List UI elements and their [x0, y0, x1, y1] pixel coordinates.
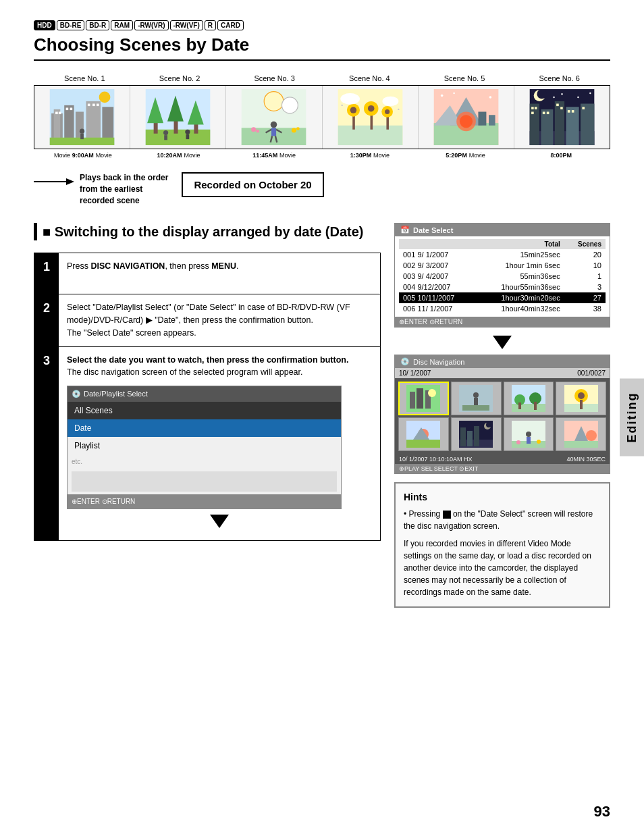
- svg-rect-75: [566, 107, 579, 145]
- svg-point-91: [589, 92, 591, 93]
- disc-nav-thumb-5[interactable]: [398, 417, 449, 451]
- svg-point-101: [473, 392, 479, 398]
- svg-point-28: [186, 129, 190, 134]
- disc-nav-title-text: Disc Navigation: [413, 358, 464, 366]
- svg-point-48: [350, 107, 356, 113]
- svg-rect-109: [534, 402, 537, 410]
- disc-nav-duration: 40MIN 30SEC: [566, 456, 606, 463]
- step-1-number: 1: [34, 253, 59, 294]
- hint-item-2: If you recorded movies in different Vide…: [404, 538, 601, 598]
- svg-rect-96: [410, 392, 415, 409]
- disc-nav-thumb-2[interactable]: [451, 382, 502, 415]
- svg-point-58: [398, 108, 399, 109]
- date-select-title-text: Date Select: [413, 226, 453, 234]
- svg-point-125: [486, 422, 491, 427]
- hints-text: • Pressing on the "Date Select" screen w…: [404, 508, 601, 598]
- section-heading: ■ Switching to the display arranged by d…: [34, 223, 381, 240]
- hints-box: Hints • Pressing on the "Date Select" sc…: [394, 482, 610, 608]
- playback-row: Plays back in the order from the earlies…: [34, 172, 610, 206]
- svg-rect-103: [462, 405, 489, 411]
- svg-rect-84: [568, 110, 570, 113]
- date-table: Total Scenes 001 9/ 1/2007 15min25sec 20: [399, 239, 606, 314]
- scene-label-6: Scene No. 6: [512, 74, 607, 82]
- table-row-highlighted[interactable]: 005 10/11/2007 1hour30min20sec 27: [399, 292, 606, 303]
- svg-point-54: [385, 109, 390, 114]
- svg-rect-11: [88, 103, 90, 106]
- disc-nav-thumb-6[interactable]: [451, 417, 502, 451]
- svg-rect-122: [467, 431, 473, 446]
- badge-ram: RAM: [111, 20, 133, 30]
- scene-label-2: Scene No. 2: [132, 74, 227, 82]
- calendar-icon: 📅: [400, 226, 410, 234]
- svg-point-99: [428, 389, 436, 397]
- svg-rect-65: [478, 111, 486, 125]
- disc-nav-thumb-1[interactable]: [398, 382, 449, 415]
- svg-point-41: [257, 129, 260, 132]
- svg-rect-10: [70, 107, 73, 110]
- playback-description: Plays back in the order from the earlies…: [80, 172, 168, 206]
- date-select-body: Total Scenes 001 9/ 1/2007 15min25sec 20: [395, 236, 610, 317]
- svg-point-135: [586, 430, 597, 441]
- right-down-arrow: [394, 336, 610, 349]
- menu-item-playlist[interactable]: Playlist: [68, 437, 341, 454]
- badge-bdr: BD-R: [86, 20, 109, 30]
- down-arrow-icon-2: [493, 336, 512, 349]
- badge-r: R: [205, 20, 216, 30]
- svg-rect-97: [417, 388, 423, 409]
- svg-point-40: [251, 127, 256, 132]
- scene-time-6: 8:00PM: [513, 151, 609, 159]
- menu-item-all-scenes[interactable]: All Scenes: [68, 402, 341, 419]
- scene-4: [323, 86, 419, 149]
- col-total: Total: [477, 239, 564, 249]
- badge-hdd: HDD: [34, 20, 55, 30]
- disc-nav-thumb-4[interactable]: [556, 382, 606, 415]
- svg-point-33: [282, 97, 298, 113]
- svg-rect-7: [55, 111, 58, 114]
- svg-rect-80: [543, 111, 545, 114]
- stop-icon: [443, 511, 451, 519]
- svg-rect-114: [580, 400, 583, 409]
- step-3: 3 Select the date you want to watch, the…: [34, 346, 381, 541]
- svg-point-43: [296, 127, 300, 130]
- scene-2: [130, 86, 226, 149]
- scene-strip-area: Scene No. 1 Scene No. 2 Scene No. 3 Scen…: [34, 74, 610, 159]
- svg-rect-35: [271, 128, 276, 136]
- svg-rect-78: [535, 107, 537, 109]
- scene-5: [419, 86, 514, 149]
- svg-rect-76: [581, 103, 594, 145]
- scene-6: [514, 86, 610, 149]
- svg-point-57: [341, 104, 342, 105]
- disc-nav-title: 💿 Disc Navigation: [395, 355, 610, 368]
- svg-point-26: [163, 130, 168, 135]
- svg-point-89: [561, 93, 562, 95]
- svg-point-32: [265, 91, 284, 111]
- menu-item-date[interactable]: Date: [68, 419, 341, 437]
- svg-point-56: [382, 96, 398, 105]
- step-2: 2 Select "Date/Playlist Select" (or "Dat…: [34, 294, 381, 346]
- svg-rect-83: [560, 107, 563, 109]
- svg-marker-94: [66, 178, 74, 185]
- step-3-content: Select the date you want to watch, then …: [59, 347, 380, 540]
- svg-rect-9: [66, 107, 69, 110]
- svg-point-42: [292, 128, 296, 132]
- disc-nav-info: 10/ 1/2007 10:10:10AM HX 40MIN 30SEC: [395, 454, 610, 464]
- disc-nav-thumb-8[interactable]: [556, 417, 606, 451]
- disc-nav-icon: 💿: [400, 357, 410, 366]
- date-select-footer: ⊕ENTER ⊙RETURN: [395, 317, 610, 327]
- svg-rect-81: [547, 111, 549, 114]
- svg-rect-123: [474, 426, 479, 446]
- down-arrow-icon: [210, 515, 229, 528]
- svg-point-64: [460, 115, 473, 128]
- disc-nav-thumb-3[interactable]: [504, 382, 554, 415]
- svg-rect-105: [512, 404, 545, 412]
- disc-nav-thumb-7[interactable]: [504, 417, 554, 451]
- svg-point-131: [537, 440, 541, 444]
- date-select-panel: 📅 Date Select Total Scenes: [394, 223, 610, 328]
- col-scenes: Scenes: [564, 239, 606, 249]
- svg-rect-17: [80, 133, 84, 138]
- svg-rect-66: [489, 115, 495, 126]
- svg-rect-121: [460, 427, 466, 446]
- svg-rect-22: [174, 120, 178, 133]
- svg-rect-13: [97, 103, 99, 106]
- page: Editing HDD BD-RE BD-R RAM -RW(VR) -RW(V…: [0, 0, 644, 834]
